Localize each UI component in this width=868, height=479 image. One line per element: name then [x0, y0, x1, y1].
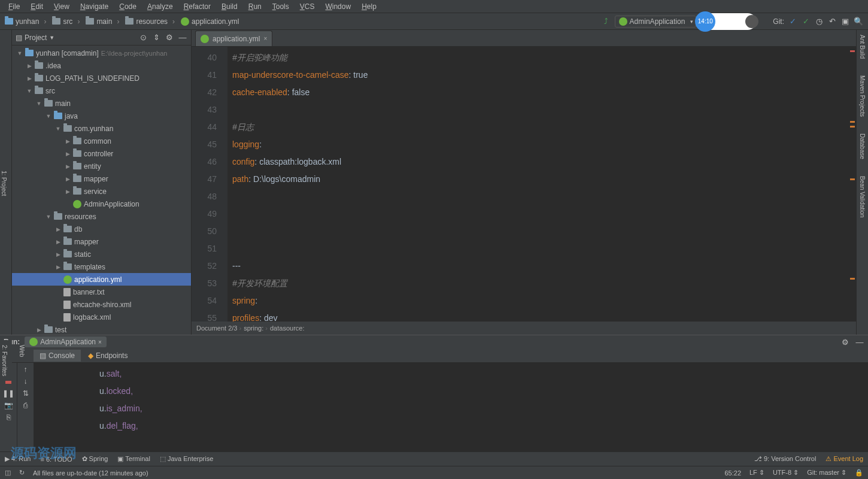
box-icon[interactable]: ▣	[840, 17, 850, 26]
tab-application-yml[interactable]: application.yml ×	[195, 31, 272, 46]
expand-icon[interactable]: ▶	[26, 63, 32, 69]
encoding[interactable]: UTF-8 ⇕	[773, 469, 799, 477]
tree-node[interactable]: ▶static	[12, 248, 191, 260]
hide-icon[interactable]: —	[855, 337, 864, 347]
gear-icon[interactable]: ⚙	[840, 337, 850, 347]
run-tab-adminapplication[interactable]: AdminApplication ×	[25, 336, 107, 347]
expand-icon[interactable]: ▼	[17, 50, 23, 56]
tool-maven[interactable]: Maven Projects	[858, 73, 866, 119]
menu-navigate[interactable]: Navigate	[75, 1, 113, 12]
bottom-tab[interactable]: ▣ Terminal	[117, 455, 150, 463]
tree-node[interactable]: ▼main	[12, 97, 191, 110]
vcs-update-icon[interactable]: ✓	[788, 17, 797, 26]
menu-analyze[interactable]: Analyze	[142, 1, 178, 12]
code-editor[interactable]: 40414243444546474849505152535455 #开启驼峰功能…	[192, 47, 856, 322]
tool-beanvalidation[interactable]: Bean Validation	[858, 174, 866, 220]
menu-window[interactable]: Window	[320, 1, 356, 12]
bottom-tab[interactable]: ⎇ 9: Version Control	[754, 455, 817, 463]
project-dropdown-icon[interactable]: ▼	[49, 35, 54, 41]
expand-icon[interactable]: ▶	[55, 264, 61, 270]
menu-run[interactable]: Run	[244, 1, 266, 12]
menu-tools[interactable]: Tools	[268, 1, 294, 12]
lock-icon[interactable]: 🔒	[855, 469, 863, 477]
run-config-dropdown[interactable]: AdminApplication	[615, 16, 697, 28]
exit-icon[interactable]: ⎘	[7, 413, 11, 422]
wrap-icon[interactable]: ⇅	[23, 389, 29, 398]
pause-icon[interactable]: ❚❚	[2, 389, 14, 398]
bottom-tab[interactable]: ⬚ Java Enterprise	[160, 455, 213, 463]
dump-icon[interactable]: 📷	[4, 401, 13, 410]
menu-view[interactable]: View	[49, 1, 74, 12]
tree-node[interactable]: ▶LOG_PATH_IS_UNDEFINED	[12, 72, 191, 84]
tree-node[interactable]: ▶test	[12, 323, 191, 335]
code-content[interactable]: #开启驼峰功能 map-underscore-to-camel-case: tr…	[227, 47, 856, 322]
menu-help[interactable]: Help	[357, 1, 381, 12]
menu-file[interactable]: File	[4, 1, 25, 12]
tree-node[interactable]: ▶templates	[12, 260, 191, 273]
tree-node[interactable]: ▼com.yunhan	[12, 122, 191, 135]
expand-icon[interactable]: ▼	[36, 101, 42, 107]
tree-node[interactable]: AdminApplication	[12, 198, 191, 210]
status-icon[interactable]: ◫	[5, 469, 11, 477]
caret-position[interactable]: 65:22	[724, 469, 741, 477]
expand-icon[interactable]: ▶	[36, 327, 42, 333]
expand-icon[interactable]: ▶	[65, 163, 71, 169]
hide-icon[interactable]: —	[178, 33, 187, 43]
expand-icon[interactable]: ▶	[26, 75, 32, 81]
expand-icon[interactable]: ▶	[65, 138, 71, 144]
line-separator[interactable]: LF ⇕	[749, 469, 764, 477]
tool-database[interactable]: Database	[858, 131, 866, 162]
revert-icon[interactable]: ↶	[827, 17, 837, 26]
tree-node[interactable]: ▶mapper	[12, 235, 191, 248]
crumb-src[interactable]: src	[50, 16, 82, 27]
tool-antbuild[interactable]: Ant Build	[858, 32, 866, 61]
project-tree[interactable]: ▼yunhan [comadmin] E:\Idea-project\yunha…	[12, 46, 191, 335]
print-icon[interactable]: ⎙	[23, 401, 28, 410]
expand-icon[interactable]: ▼	[45, 113, 51, 119]
menu-refactor[interactable]: Refactor	[179, 1, 216, 12]
expand-icon[interactable]: ▶	[55, 239, 61, 245]
tree-node[interactable]: ehcache-shiro.xml	[12, 298, 191, 311]
tree-node[interactable]: ▼java	[12, 110, 191, 122]
tree-node[interactable]: ▶mapper	[12, 172, 191, 185]
bottom-tab[interactable]: ✿ Spring	[82, 455, 108, 463]
tool-favorites[interactable]: 2: Favorites	[1, 345, 8, 376]
collapse-icon[interactable]: ⇕	[151, 33, 161, 43]
tree-node[interactable]: banner.txt	[12, 286, 191, 298]
pen-icon[interactable]	[745, 15, 758, 28]
expand-icon[interactable]: ▼	[45, 214, 51, 220]
editor-crumb[interactable]: datasource:	[270, 325, 304, 332]
expand-icon[interactable]: ▶	[55, 251, 61, 257]
crumb-resources[interactable]: resources	[123, 16, 177, 27]
bottom-tab[interactable]: ▶ 4: Run	[5, 455, 31, 463]
crumb-main[interactable]: main	[83, 16, 122, 27]
close-icon[interactable]: ×	[263, 35, 267, 42]
tool-web[interactable]: Web	[19, 345, 25, 376]
expand-icon[interactable]: ▼	[26, 88, 32, 94]
tree-node[interactable]: ▶common	[12, 135, 191, 147]
bottom-tab[interactable]: ≡ 6: TODO	[40, 456, 72, 463]
tree-node[interactable]: ▶db	[12, 223, 191, 235]
tree-node[interactable]: ▼yunhan [comadmin] E:\Idea-project\yunha…	[12, 47, 191, 59]
expand-icon[interactable]: ▼	[55, 126, 61, 132]
tree-node[interactable]: ▶controller	[12, 147, 191, 160]
menu-code[interactable]: Code	[114, 1, 141, 12]
tree-node[interactable]: logback.xml	[12, 311, 191, 323]
down-icon[interactable]: ↓	[24, 377, 28, 386]
close-icon[interactable]: ×	[98, 339, 102, 345]
crumb-yunhan[interactable]: yunhan	[2, 16, 48, 27]
menu-edit[interactable]: Edit	[26, 1, 48, 12]
editor-crumb[interactable]: spring:	[244, 325, 268, 332]
expand-icon[interactable]: ▶	[65, 151, 71, 157]
menu-build[interactable]: Build	[217, 1, 242, 12]
tree-node[interactable]: ▼src	[12, 84, 191, 97]
crumb-application.yml[interactable]: application.yml	[178, 16, 246, 27]
bottom-tab[interactable]: ⚠ Event Log	[825, 455, 863, 463]
tree-node[interactable]: ▶service	[12, 185, 191, 198]
history-icon[interactable]: ◷	[814, 17, 824, 26]
expand-icon[interactable]: ▶	[65, 176, 71, 182]
gear-icon[interactable]: ⚙	[165, 33, 174, 43]
target-icon[interactable]: ⊙	[138, 33, 148, 43]
tree-node[interactable]: ▶entity	[12, 160, 191, 172]
expand-icon[interactable]: ▶	[65, 189, 71, 195]
